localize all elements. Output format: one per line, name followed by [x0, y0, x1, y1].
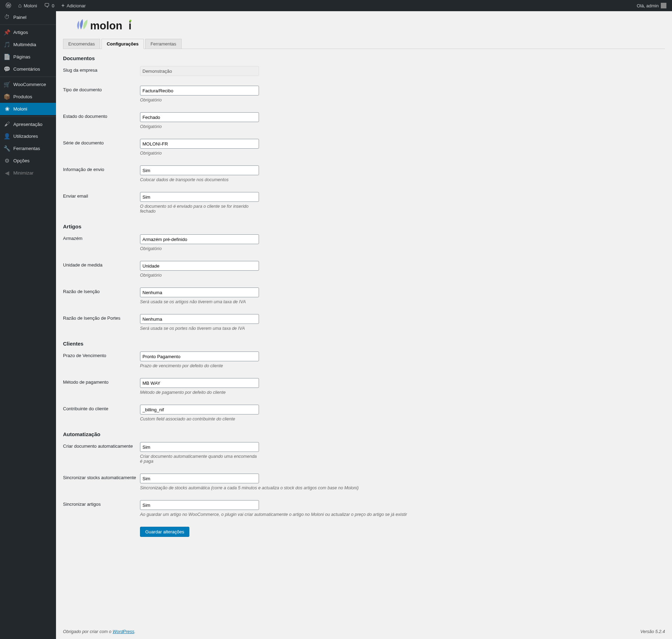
select-ship-info[interactable]: Sim	[140, 165, 259, 175]
admin-bar: ⓦ ⌂Moloni 🗨0 +Adicionar Olá, admin	[0, 0, 672, 11]
section-automation: Automatização	[63, 431, 665, 437]
select-exemption[interactable]: Nenhuma	[140, 287, 259, 297]
user-menu[interactable]: Olá, admin	[634, 0, 669, 11]
select-send-email[interactable]: Sim	[140, 192, 259, 202]
home-icon: ⌂	[18, 2, 22, 9]
select-doc-series[interactable]: MOLONI-FR	[140, 139, 259, 149]
desc-maturity: Prazo de vencimento por defeito do clien…	[140, 363, 259, 368]
desc-sync-articles: Ao guardar um artigo no WooCommerce, o p…	[140, 512, 420, 517]
desc-exemption: Será usada se os artigos não tiverem uma…	[140, 299, 259, 304]
tab-settings[interactable]: Configurações	[102, 39, 144, 49]
sidebar-item-woocommerce[interactable]: 🛒WooCommerce	[0, 77, 56, 91]
section-articles: Artigos	[63, 223, 665, 229]
site-name: Moloni	[24, 3, 37, 8]
label-exemption: Razão de Isenção	[63, 287, 140, 294]
admin-sidebar: ⏱Painel📌Artigos🎵Multimédia📄Páginas💬Comen…	[0, 11, 56, 639]
select-exemption-shipping[interactable]: Nenhuma	[140, 314, 259, 324]
comments-count: 0	[52, 3, 54, 8]
sidebar-item-p-ginas[interactable]: 📄Páginas	[0, 51, 56, 63]
desc-measure-unit: Obrigatório	[140, 273, 259, 278]
label-doc-status: Estado do documento	[63, 112, 140, 119]
desc-warehouse: Obrigatório	[140, 246, 259, 251]
tab-orders[interactable]: Encomendas	[63, 39, 100, 49]
plugin-tabs: Encomendas Configurações Ferramentas	[63, 39, 665, 49]
label-maturity: Prazo de Vencimento	[63, 352, 140, 358]
select-sync-articles[interactable]: Sim	[140, 500, 259, 510]
main-content: molon i Encomendas Configurações Ferrame…	[56, 11, 672, 639]
footer-version: Versão 5.2.4	[640, 629, 665, 634]
dash-icon: ⏱	[4, 14, 10, 20]
wp-logo[interactable]: ⓦ	[3, 0, 14, 11]
woo-icon: 🛒	[4, 81, 10, 88]
sidebar-item-label: Comentários	[13, 66, 40, 72]
site-link[interactable]: ⌂Moloni	[15, 0, 40, 11]
section-documents: Documentos	[63, 55, 665, 61]
desc-sync-stock: Sincronização de stocks automática (corr…	[140, 485, 420, 490]
label-auto-doc: Criar documento automaticamente	[63, 442, 140, 449]
tools-icon: 🔧	[4, 145, 10, 152]
label-company-slug: Slug da empresa	[63, 66, 140, 73]
add-new-label: Adicionar	[67, 3, 86, 8]
sidebar-item-label: Painel	[13, 15, 27, 20]
select-warehouse[interactable]: Armazém pré-definido	[140, 234, 259, 244]
label-vat-field: Contribuinte do cliente	[63, 405, 140, 411]
sidebar-item-label: Moloni	[13, 106, 27, 112]
media-icon: 🎵	[4, 41, 10, 48]
sidebar-item-apresenta-o[interactable]: 🖌Apresentação	[0, 116, 56, 130]
label-exemption-shipping: Razão de Isenção de Portes	[63, 314, 140, 321]
select-payment-method[interactable]: MB WAY	[140, 378, 259, 388]
label-doc-series: Série de documento	[63, 139, 140, 145]
desc-auto-doc: Criar documento automaticamente quando u…	[140, 454, 259, 464]
box-icon: 📦	[4, 93, 10, 100]
save-button[interactable]: Guardar alterações	[140, 527, 189, 537]
select-auto-doc[interactable]: Sim	[140, 442, 259, 452]
label-measure-unit: Unidade de medida	[63, 261, 140, 268]
desc-doc-status: Obrigatório	[140, 124, 259, 129]
section-clients: Clientes	[63, 341, 665, 347]
sidebar-item-painel[interactable]: ⏱Painel	[0, 11, 56, 23]
brush-icon: 🖌	[4, 121, 10, 127]
sidebar-item-minimizar[interactable]: ◀Minimizar	[0, 167, 56, 179]
sidebar-item-produtos[interactable]: 📦Produtos	[0, 91, 56, 103]
footer-wp-link[interactable]: WordPress	[113, 629, 134, 634]
footer-thanks-prefix: Obrigado por criar com o	[63, 629, 113, 634]
select-doc-type[interactable]: Factura/Recibo	[140, 86, 259, 95]
sidebar-item-moloni[interactable]: ❀Moloni	[0, 103, 56, 115]
tab-tools[interactable]: Ferramentas	[145, 39, 182, 49]
sidebar-item-label: Páginas	[13, 54, 30, 59]
label-warehouse: Armazém	[63, 234, 140, 241]
input-company-slug	[140, 66, 259, 76]
sidebar-item-op-es[interactable]: ⚙Opções	[0, 155, 56, 167]
desc-send-email: O documento só é enviado para o cliente …	[140, 204, 259, 214]
select-vat-field[interactable]: _billing_nif	[140, 405, 259, 414]
label-doc-type: Tipo de documento	[63, 86, 140, 92]
select-measure-unit[interactable]: Unidade	[140, 261, 259, 271]
sidebar-item-label: Opções	[13, 158, 30, 163]
avatar	[661, 3, 666, 8]
svg-text:molon: molon	[90, 20, 122, 31]
label-sync-stock: Sincronizar stocks automaticamente	[63, 474, 140, 480]
select-maturity[interactable]: Pronto Pagamento	[140, 352, 259, 361]
comments-link[interactable]: 🗨0	[41, 0, 57, 11]
sidebar-item-label: Apresentação	[13, 122, 42, 127]
greeting: Olá, admin	[637, 3, 659, 8]
sidebar-item-utilizadores[interactable]: 👤Utilizadores	[0, 130, 56, 142]
settings-icon: ⚙	[4, 157, 10, 164]
sidebar-item-coment-rios[interactable]: 💬Comentários	[0, 63, 56, 75]
sidebar-item-label: Produtos	[13, 94, 32, 99]
desc-doc-series: Obrigatório	[140, 151, 259, 156]
sidebar-item-artigos[interactable]: 📌Artigos	[0, 24, 56, 38]
select-doc-status[interactable]: Fechado	[140, 112, 259, 122]
add-new-link[interactable]: +Adicionar	[58, 0, 89, 11]
sidebar-item-ferramentas[interactable]: 🔧Ferramentas	[0, 142, 56, 155]
comment-icon: 💬	[4, 66, 10, 72]
sidebar-item-label: Artigos	[13, 30, 28, 35]
label-payment-method: Método de pagamento	[63, 378, 140, 385]
select-sync-stock[interactable]: Sim	[140, 474, 259, 483]
sidebar-item-multim-dia[interactable]: 🎵Multimédia	[0, 38, 56, 51]
label-sync-articles: Sincronizar artigos	[63, 500, 140, 507]
label-send-email: Enviar email	[63, 192, 140, 199]
plus-icon: +	[61, 2, 64, 9]
desc-ship-info: Colocar dados de transporte nos document…	[140, 177, 259, 182]
footer: Obrigado por criar com o WordPress. Vers…	[63, 624, 665, 639]
